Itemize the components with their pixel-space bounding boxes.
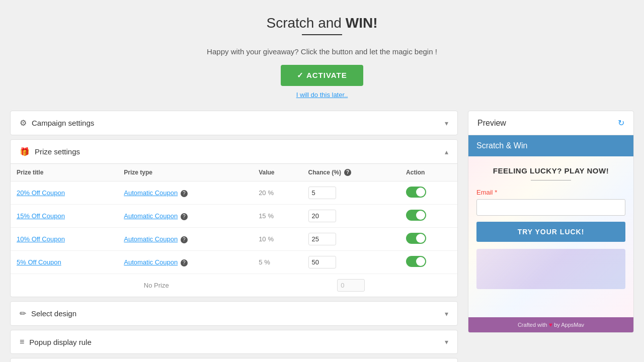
preview-inner: FEELING LUCKY? PLAY NOW! Email * TRY YOU…	[476, 166, 625, 289]
popup-display-section: ≡ Popup display rule ▾	[10, 330, 458, 354]
type-info-icon[interactable]: ?	[181, 190, 188, 197]
chevron-down-icon: ▾	[445, 119, 448, 127]
chance-input[interactable]	[308, 210, 336, 222]
prize-type-link[interactable]: Automatic Coupon	[124, 189, 178, 197]
prize-toggle[interactable]	[406, 187, 426, 198]
col-prize-title: Prize title	[11, 164, 118, 182]
no-prize-label: No Prize	[11, 274, 302, 297]
col-action: Action	[400, 164, 457, 182]
title-underline	[302, 34, 342, 35]
prize-toggle[interactable]	[406, 256, 426, 267]
prize-action-cell	[400, 182, 457, 205]
popup-display-header[interactable]: ≡ Popup display rule ▾	[11, 330, 457, 353]
select-design-section: ✏ Select design ▾	[10, 301, 458, 326]
campaign-settings-header[interactable]: ⚙ Campaign settings ▾	[11, 111, 457, 135]
settings-icon: ⚙	[20, 118, 27, 128]
refer-header[interactable]: ↻ Refer to play again ▾	[11, 358, 457, 362]
prize-type-link[interactable]: Automatic Coupon	[124, 212, 178, 220]
later-link[interactable]: I will do this later..	[10, 91, 634, 99]
try-luck-button[interactable]: TRY YOUR LUCK!	[476, 222, 625, 242]
prize-row: 10% Off Coupon Automatic Coupon ? 10 %	[11, 228, 457, 251]
prize-table: Prize title Prize type Value Chance (%) …	[11, 164, 457, 297]
prize-type-cell: Automatic Coupon ?	[118, 205, 253, 228]
prize-action-cell	[400, 228, 457, 251]
campaign-settings-label: Campaign settings	[32, 119, 94, 127]
chance-input[interactable]	[308, 233, 336, 245]
prize-settings-section: 🎁 Prize settings ▴ Prize title Prize typ…	[10, 139, 458, 297]
prize-value: 10	[259, 235, 266, 243]
refer-section: ↻ Refer to play again ▾	[10, 358, 458, 362]
prize-type-link[interactable]: Automatic Coupon	[124, 235, 178, 243]
value-unit: %	[268, 189, 274, 197]
scratch-visual	[476, 249, 625, 289]
email-label: Email *	[476, 189, 625, 196]
activate-button[interactable]: ✓ ACTIVATE	[281, 65, 363, 86]
no-prize-chance-input[interactable]	[337, 279, 365, 292]
page-subtitle: Happy with your giveaway? Click the butt…	[10, 47, 634, 56]
chance-input[interactable]	[308, 187, 336, 199]
chance-info-icon[interactable]: ?	[344, 169, 351, 176]
type-info-icon[interactable]: ?	[181, 213, 188, 220]
left-panel: ⚙ Campaign settings ▾ 🎁 Prize settings ▴	[10, 111, 458, 362]
prize-toggle[interactable]	[406, 233, 426, 244]
campaign-settings-section: ⚙ Campaign settings ▾	[10, 111, 458, 135]
prize-toggle[interactable]	[406, 210, 426, 221]
col-prize-type: Prize type	[118, 164, 253, 182]
prize-title-link[interactable]: 10% Off Coupon	[17, 235, 65, 243]
prize-title-cell: 10% Off Coupon	[11, 228, 118, 251]
select-design-header[interactable]: ✏ Select design ▾	[11, 302, 457, 325]
prize-type-cell: Automatic Coupon ?	[118, 251, 253, 274]
prize-value-cell: 5 %	[253, 251, 302, 274]
prize-value: 5	[259, 258, 262, 266]
prize-value: 15	[259, 212, 266, 220]
prize-type-link[interactable]: Automatic Coupon	[124, 258, 178, 266]
prize-type-cell: Automatic Coupon ?	[118, 182, 253, 205]
main-content: ⚙ Campaign settings ▾ 🎁 Prize settings ▴	[10, 111, 634, 362]
no-prize-action-cell	[400, 274, 457, 297]
preview-blue-bar: Scratch & Win	[468, 135, 633, 156]
prize-title-link[interactable]: 5% Off Coupon	[17, 258, 61, 266]
prize-title-link[interactable]: 15% Off Coupon	[17, 212, 65, 220]
preview-footer: Crafted with ♥ by AppsMav	[468, 317, 633, 332]
col-chance: Chance (%) ?	[302, 164, 400, 182]
email-input[interactable]	[476, 199, 625, 216]
preview-header: Preview ↻	[468, 111, 633, 135]
type-info-icon[interactable]: ?	[181, 259, 188, 266]
prize-settings-label: Prize settings	[35, 147, 80, 156]
value-unit: %	[268, 212, 274, 220]
pencil-icon: ✏	[20, 309, 26, 318]
no-prize-chance-cell	[302, 274, 400, 297]
prize-title-cell: 5% Off Coupon	[11, 251, 118, 274]
prize-settings-body: Prize title Prize type Value Chance (%) …	[11, 163, 457, 297]
chance-input[interactable]	[308, 256, 336, 268]
prize-chance-cell	[302, 205, 400, 228]
prize-action-cell	[400, 251, 457, 274]
prize-title-link[interactable]: 20% Off Coupon	[17, 189, 65, 197]
gift-icon: 🎁	[20, 147, 30, 156]
preview-divider	[531, 180, 571, 180]
filter-icon: ≡	[20, 337, 24, 346]
col-value: Value	[253, 164, 302, 182]
prize-row: 15% Off Coupon Automatic Coupon ? 15 %	[11, 205, 457, 228]
prize-value-cell: 20 %	[253, 182, 302, 205]
prize-settings-header[interactable]: 🎁 Prize settings ▴	[11, 140, 457, 163]
preview-body: Scratch & Win FEELING LUCKY? PLAY NOW! E…	[468, 135, 633, 332]
prize-row: 20% Off Coupon Automatic Coupon ? 20 %	[11, 182, 457, 205]
prize-row: 5% Off Coupon Automatic Coupon ? 5 %	[11, 251, 457, 274]
prize-chance-cell	[302, 228, 400, 251]
refresh-preview-icon[interactable]: ↻	[618, 118, 624, 128]
preview-panel: Preview ↻ Scratch & Win FEELING LUCKY? P…	[468, 111, 634, 333]
prize-value-cell: 10 %	[253, 228, 302, 251]
heart-icon: ♥	[549, 321, 554, 328]
play-title: FEELING LUCKY? PLAY NOW!	[476, 166, 625, 175]
prize-value-cell: 15 %	[253, 205, 302, 228]
prize-type-cell: Automatic Coupon ?	[118, 228, 253, 251]
prize-title-cell: 20% Off Coupon	[11, 182, 118, 205]
prize-chance-cell	[302, 182, 400, 205]
preview-title: Preview	[477, 119, 506, 128]
chevron-up-icon: ▴	[445, 148, 448, 156]
chevron-down-icon: ▾	[445, 338, 448, 346]
value-unit: %	[264, 258, 270, 266]
check-icon: ✓	[297, 71, 304, 79]
type-info-icon[interactable]: ?	[181, 236, 188, 243]
